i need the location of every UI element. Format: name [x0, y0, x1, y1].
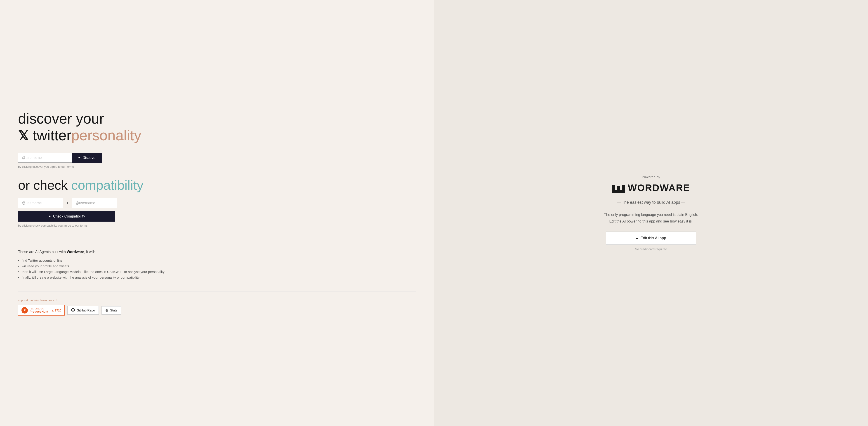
- check-compat-label: Check Compatibility: [53, 215, 85, 219]
- main-headline: discover your 𝕏 twitterpersonality: [18, 110, 416, 144]
- tagline: — The easiest way to build AI apps —: [604, 200, 698, 205]
- x-twitter-icon: 𝕏: [18, 129, 29, 143]
- feature-list: find Twitter accounts online will read y…: [18, 258, 416, 280]
- list-item: find Twitter accounts online: [18, 258, 416, 263]
- discover-input-row: ✦ Discover: [18, 153, 416, 163]
- compatibility-section: or check compatibility + ✦ Check Compati…: [18, 177, 416, 227]
- left-panel: discover your 𝕏 twitterpersonality ✦ Dis…: [0, 0, 434, 426]
- sparkle-icon: ✦: [78, 156, 81, 160]
- wordware-w-icon: [612, 183, 625, 193]
- description-line1: The only programming language you need i…: [604, 211, 698, 218]
- powered-by-label: Powered by: [604, 175, 698, 179]
- support-buttons: P FEATURED ON Product Hunt ▲ 7720 GitHub…: [18, 305, 416, 316]
- product-hunt-text: FEATURED ON Product Hunt: [30, 308, 48, 313]
- svg-rect-7: [620, 183, 622, 190]
- ph-featured-label: FEATURED ON: [30, 308, 44, 310]
- support-label: support the Wordware launch!: [18, 299, 416, 302]
- compatibility-input-row: +: [18, 198, 416, 208]
- ph-count-value: 7720: [55, 309, 61, 312]
- tagline-text: — The easiest way to build AI apps —: [617, 200, 685, 205]
- headline-line1: discover your: [18, 110, 416, 127]
- svg-rect-5: [612, 183, 625, 186]
- plus-separator: +: [66, 200, 69, 206]
- check-compatibility-button[interactable]: ✦ Check Compatibility: [18, 211, 115, 222]
- globe-icon: ⊕: [105, 308, 108, 313]
- description-brand: Wordware: [67, 250, 84, 254]
- github-label: GitHub Repo: [76, 309, 95, 312]
- ph-name-label: Product Hunt: [30, 310, 48, 313]
- ph-count: ▲ 7720: [51, 309, 61, 312]
- no-credit-card-text: No credit card required: [604, 248, 698, 251]
- description-suffix: , it will:: [84, 250, 95, 254]
- or-check-label: or check: [18, 178, 68, 192]
- description-intro: These are AI Agents built with: [18, 250, 66, 254]
- headline-twitter: twitter: [33, 127, 71, 143]
- list-item: then it will use Large Language Models -…: [18, 269, 416, 275]
- product-hunt-logo: P: [22, 307, 28, 313]
- github-icon: [71, 308, 75, 313]
- headline-personality: personality: [71, 127, 141, 143]
- list-item: will read your profile and tweets: [18, 263, 416, 269]
- compat-username-input-1[interactable]: [18, 198, 63, 208]
- discover-terms: by clicking discover you agree to our te…: [18, 165, 416, 168]
- edit-app-label: Edit this AI app: [640, 236, 666, 240]
- support-section: support the Wordware launch! P FEATURED …: [18, 291, 416, 316]
- svg-rect-3: [612, 190, 625, 193]
- description-text: These are AI Agents built with Wordware,…: [18, 250, 416, 254]
- discover-username-input[interactable]: [18, 153, 72, 163]
- compatibility-word: compatibility: [71, 178, 143, 192]
- list-item: finally, it'll create a website with the…: [18, 275, 416, 280]
- right-content: Powered by WORDWARE — Th: [604, 175, 698, 251]
- wordware-logo: WORDWARE: [604, 182, 698, 193]
- right-panel: Powered by WORDWARE — Th: [434, 0, 868, 426]
- wordware-name: WORDWARE: [628, 182, 690, 193]
- discover-button-label: Discover: [83, 156, 96, 160]
- description-section: These are AI Agents built with Wordware,…: [18, 243, 416, 280]
- compat-username-input-2[interactable]: [72, 198, 117, 208]
- description-line2: Edit the AI powering this app and see ho…: [604, 218, 698, 225]
- compat-terms: by clicking check compatibility you agre…: [18, 224, 416, 227]
- svg-rect-6: [615, 183, 617, 190]
- edit-ai-app-button[interactable]: ⬥ Edit this AI app: [606, 232, 696, 245]
- wordware-inline-icon: ⬥: [636, 236, 638, 240]
- product-hunt-button[interactable]: P FEATURED ON Product Hunt ▲ 7720: [18, 305, 65, 316]
- arrow-up-icon: ▲: [51, 309, 54, 312]
- discover-section: ✦ Discover by clicking discover you agre…: [18, 153, 416, 168]
- sparkle-icon-2: ✦: [49, 215, 51, 219]
- discover-button[interactable]: ✦ Discover: [72, 153, 102, 163]
- stats-button[interactable]: ⊕ Stats: [101, 306, 121, 315]
- compatibility-headline: or check compatibility: [18, 177, 416, 193]
- headline-line2: 𝕏 twitterpersonality: [18, 127, 416, 144]
- stats-label: Stats: [110, 309, 117, 312]
- github-repo-button[interactable]: GitHub Repo: [67, 306, 99, 315]
- right-description: The only programming language you need i…: [604, 211, 698, 225]
